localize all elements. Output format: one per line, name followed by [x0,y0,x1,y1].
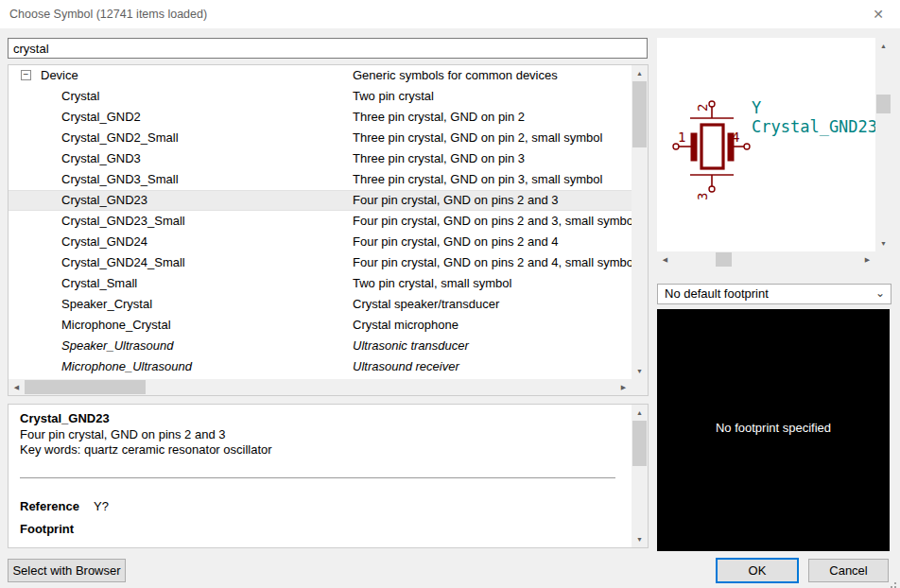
detail-symbol-name: Crystal_GND23 [20,411,110,425]
field-label: Datasheet [20,541,94,548]
divider [20,477,615,478]
scroll-left-icon[interactable]: ◀ [9,379,25,395]
detail-field: ReferenceY? [20,495,109,518]
preview-vertical-scrollbar[interactable]: ▲ ▼ [875,38,891,251]
symbol-description: Three pin crystal, GND on pin 2 [353,107,525,128]
list-item[interactable]: Crystal_GND2_SmallThree pin crystal, GND… [9,128,632,148]
scrollbar-corner [632,379,648,395]
window-title: Choose Symbol (12741 items loaded) [9,8,207,21]
list-item[interactable]: Crystal_GND3Three pin crystal, GND on pi… [9,148,632,169]
scrollbar-thumb[interactable] [632,81,647,147]
titlebar: Choose Symbol (12741 items loaded) ✕ [0,0,900,28]
select-with-browser-button[interactable]: Select with Browser [8,559,126,582]
scrollbar-thumb[interactable] [876,95,891,113]
search-input[interactable] [8,38,648,59]
detail-keywords: Key words: quartz ceramic resonator osci… [20,442,272,457]
symbol-name: Microphone_Crystal [61,315,171,336]
list-item[interactable]: CrystalTwo pin crystal [9,86,632,107]
symbol-description: Four pin crystal, GND on pins 2 and 3 [353,190,559,211]
footprint-dropdown[interactable]: No default footprint ⌄ [657,284,891,304]
symbol-description: Three pin crystal, GND on pin 3, small s… [353,169,602,190]
symbol-description: Crystal microphone [353,315,459,336]
symbol-name: Crystal_Small [61,273,137,294]
list-item[interactable]: Microphone_CrystalCrystal microphone [9,315,632,336]
tree-root-row[interactable]: − Device Generic symbols for common devi… [9,65,632,86]
list-item[interactable]: Crystal_SmallTwo pin crystal, small symb… [9,273,632,294]
symbol-name: Crystal_GND24_Small [61,252,185,273]
symbol-description: Three pin crystal, GND on pin 3 [353,148,525,169]
scrollbar-thumb[interactable] [25,380,146,394]
symbol-list: − Device Generic symbols for common devi… [8,64,649,396]
symbol-name: Crystal_GND3_Small [61,169,179,190]
scroll-up-icon[interactable]: ▲ [632,65,648,81]
scroll-down-icon[interactable]: ▼ [632,531,648,547]
pin-number-1: 1 [678,130,685,145]
close-icon[interactable]: ✕ [868,5,889,24]
detail-field: Datasheet [20,541,109,548]
detail-field: Footprint [20,518,109,541]
reference-designator: Y [752,98,761,117]
detail-description: Four pin crystal, GND on pins 2 and 3 [20,427,226,441]
symbol-preview[interactable]: 1 2 3 4 Y Crystal_GND23 [657,38,875,251]
symbol-name: Crystal_GND23 [61,190,147,211]
symbol-description: Four pin crystal, GND on pins 2 and 4 [353,232,559,252]
list-horizontal-scrollbar[interactable]: ◀ ▶ [9,379,632,395]
cancel-button[interactable]: Cancel [808,559,889,582]
list-vertical-scrollbar[interactable]: ▲ ▼ [632,65,648,379]
symbol-description: Two pin crystal, small symbol [353,273,511,294]
scrollbar-thumb[interactable] [632,421,647,466]
scroll-left-icon[interactable]: ◀ [657,251,673,268]
symbol-name: Speaker_Crystal [61,294,152,315]
field-label: Footprint [20,518,94,541]
list-item[interactable]: Crystal_GND23_SmallFour pin crystal, GND… [9,211,632,232]
preview-horizontal-scrollbar[interactable]: ◀ ▶ [657,251,875,268]
list-item[interactable]: Speaker_CrystalCrystal speaker/transduce… [9,294,632,315]
footprint-preview[interactable]: No footprint specified [657,309,890,551]
footprint-preview-message: No footprint specified [657,421,890,435]
pin-number-4: 4 [732,130,739,145]
list-item[interactable]: Crystal_GND23Four pin crystal, GND on pi… [9,190,632,211]
symbol-description: Ultrasound receiver [353,356,459,377]
library-name: Device [41,65,78,86]
scrollbar-thumb[interactable] [716,252,732,267]
scroll-right-icon[interactable]: ▶ [859,251,875,268]
symbol-name: Crystal_GND23_Small [61,211,185,232]
library-description: Generic symbols for common devices [353,65,558,86]
list-item[interactable]: Speaker_UltrasoundUltrasonic transducer [9,336,632,356]
details-vertical-scrollbar[interactable]: ▲ ▼ [632,405,648,547]
symbol-description: Two pin crystal [353,86,434,107]
collapse-icon[interactable]: − [21,70,31,80]
symbol-description: Crystal speaker/transducer [353,294,499,315]
field-label: Reference [20,495,94,518]
scroll-up-icon[interactable]: ▲ [875,38,891,54]
symbol-name: Crystal_GND3 [61,148,141,169]
tree-rows: − Device Generic symbols for common devi… [9,65,632,379]
resize-grip[interactable] [894,582,896,584]
crystal-gnd23-symbol: 1 2 3 4 Y Crystal_GND23 [657,38,875,251]
symbol-name: Crystal [61,86,99,107]
detail-fields: ReferenceY?FootprintDatasheet [20,495,109,548]
symbol-description: Three pin crystal, GND on pin 2, small s… [353,128,602,148]
scroll-up-icon[interactable]: ▲ [632,405,648,421]
list-item[interactable]: Crystal_GND24Four pin crystal, GND on pi… [9,232,632,252]
scroll-down-icon[interactable]: ▼ [632,363,648,379]
scroll-down-icon[interactable]: ▼ [875,235,891,251]
footprint-dropdown-value: No default footprint [665,286,769,301]
symbol-name: Microphone_Ultrasound [61,356,192,377]
symbol-name: Crystal_GND2_Small [61,128,179,148]
symbol-name: Crystal_GND24 [61,232,147,252]
symbol-details-panel: Crystal_GND23 Four pin crystal, GND on p… [8,404,649,548]
symbol-name-label: Crystal_GND23 [752,117,875,136]
symbol-description: Four pin crystal, GND on pins 2 and 4, s… [353,252,632,273]
list-item[interactable]: Crystal_GND2Three pin crystal, GND on pi… [9,107,632,128]
chevron-down-icon: ⌄ [875,285,885,302]
pin-number-2: 2 [695,104,710,112]
ok-button[interactable]: OK [716,558,799,583]
list-item[interactable]: Crystal_GND24_SmallFour pin crystal, GND… [9,252,632,273]
scroll-right-icon[interactable]: ▶ [615,379,632,395]
symbol-description: Four pin crystal, GND on pins 2 and 3, s… [353,211,632,232]
symbol-description: Ultrasonic transducer [353,336,469,356]
list-item[interactable]: Microphone_UltrasoundUltrasound receiver [9,356,632,377]
field-value: Y? [94,499,109,513]
list-item[interactable]: Crystal_GND3_SmallThree pin crystal, GND… [9,169,632,190]
